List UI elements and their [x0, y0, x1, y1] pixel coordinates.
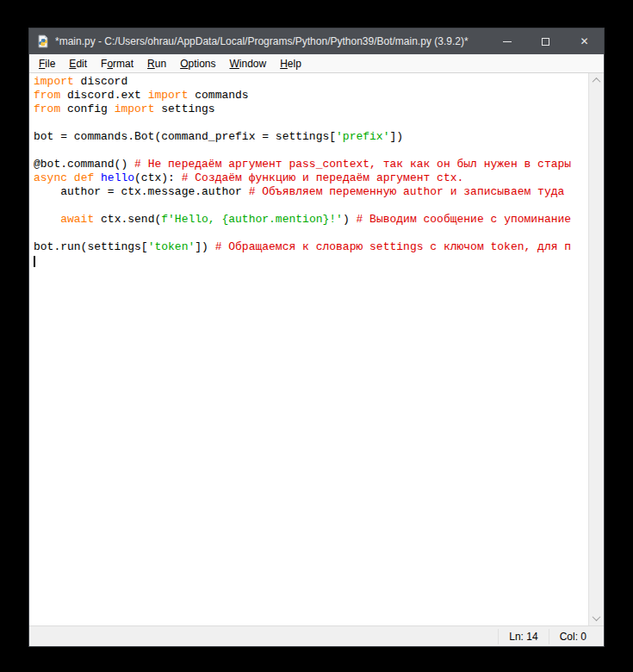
- code-segment-plain: ctx.send(: [94, 213, 161, 226]
- vertical-scrollbar[interactable]: [588, 73, 604, 625]
- menu-item-run[interactable]: Run: [140, 56, 173, 72]
- code-segment-plain: author = ctx.message.author: [34, 185, 249, 198]
- code-line[interactable]: author = ctx.message.author # Объявляем …: [34, 185, 588, 199]
- code-segment-keyword: import: [115, 103, 155, 115]
- code-segment-plain: ]): [389, 130, 403, 143]
- column-indicator: Col: 0: [549, 629, 597, 644]
- code-line[interactable]: [34, 144, 588, 158]
- code-text-area[interactable]: import discordfrom discord.ext import co…: [29, 73, 588, 625]
- maximize-button[interactable]: [526, 28, 565, 54]
- code-segment-plain: (ctx):: [134, 171, 182, 184]
- code-editor[interactable]: import discordfrom discord.ext import co…: [29, 73, 604, 625]
- scroll-up-arrow[interactable]: [589, 73, 604, 88]
- code-segment-plain: ): [343, 213, 357, 226]
- menu-bar: FileEditFormatRunOptionsWindowHelp: [29, 54, 604, 73]
- code-segment-comment: # Обращаемся к словарю settings с ключом…: [215, 240, 571, 253]
- code-line[interactable]: async def hello(ctx): # Создаём функцию …: [34, 171, 588, 185]
- code-segment-keyword: import: [148, 89, 189, 102]
- code-line[interactable]: [34, 227, 588, 240]
- maximize-icon: [542, 38, 549, 46]
- code-line[interactable]: import discord: [34, 75, 588, 89]
- line-indicator: Ln: 14: [498, 629, 548, 644]
- code-segment-plain: commands: [188, 89, 248, 102]
- code-segment-comment: # Не передаём аргумент pass_context, так…: [134, 158, 571, 171]
- code-line[interactable]: bot = commands.Bot(command_prefix = sett…: [34, 130, 588, 144]
- code-segment-plain: bot.run(settings[: [34, 240, 148, 253]
- code-line[interactable]: from discord.ext import commands: [34, 89, 588, 103]
- window-controls: ✕: [487, 28, 604, 54]
- chevron-down-icon: [593, 613, 601, 621]
- status-bar: Ln: 14 Col: 0: [29, 625, 604, 646]
- code-line[interactable]: bot.run(settings['token']) # Обращаемся …: [34, 240, 588, 254]
- code-segment-plain: settings: [154, 103, 214, 115]
- close-button[interactable]: ✕: [565, 28, 604, 54]
- menu-item-options[interactable]: Options: [173, 56, 222, 72]
- code-segment-plain: [67, 171, 74, 184]
- menu-item-edit[interactable]: Edit: [62, 56, 94, 72]
- code-segment-keyword: def: [74, 171, 94, 184]
- code-segment-definition: hello: [101, 171, 134, 184]
- menu-item-help[interactable]: Help: [273, 56, 308, 72]
- close-icon: ✕: [580, 36, 588, 47]
- code-segment-plain: config: [60, 103, 114, 115]
- code-segment-plain: bot = commands.Bot(command_prefix = sett…: [34, 130, 336, 143]
- menu-item-window[interactable]: Window: [223, 56, 274, 72]
- code-line[interactable]: @bot.command() # Не передаём аргумент pa…: [34, 158, 588, 171]
- chevron-up-icon: [593, 78, 601, 86]
- code-segment-keyword: async: [34, 171, 67, 184]
- python-file-icon: [36, 34, 50, 48]
- code-segment-plain: [94, 171, 101, 184]
- code-segment-keyword: from: [34, 89, 60, 102]
- code-segment-comment: # Объявляем переменную author и записыва…: [249, 185, 565, 198]
- code-segment-plain: discord.ext: [60, 89, 147, 102]
- text-cursor: [34, 256, 35, 267]
- code-line[interactable]: from config import settings: [34, 103, 588, 116]
- code-segment-comment: # Создаём функцию и передаём аргумент ct…: [182, 171, 464, 184]
- code-segment-plain: ]): [195, 240, 214, 253]
- code-segment-keyword: await: [60, 213, 94, 226]
- window-title: *main.py - C:/Users/ohrau/AppData/Local/…: [55, 35, 487, 47]
- code-segment-string: 'prefix': [336, 130, 389, 143]
- scroll-down-arrow[interactable]: [589, 611, 604, 625]
- idle-editor-window: *main.py - C:/Users/ohrau/AppData/Local/…: [28, 28, 605, 647]
- code-segment-plain: @bot.command(): [34, 158, 134, 171]
- code-line[interactable]: [34, 199, 588, 213]
- menu-item-format[interactable]: Format: [94, 56, 140, 72]
- desktop-background: *main.py - C:/Users/ohrau/AppData/Local/…: [0, 0, 633, 672]
- code-segment-string: f'Hello, {author.mention}!': [161, 213, 343, 226]
- title-bar[interactable]: *main.py - C:/Users/ohrau/AppData/Local/…: [29, 28, 604, 54]
- code-segment-comment: # Выводим сообщение с упоминание: [357, 213, 572, 226]
- minimize-button[interactable]: [487, 28, 526, 54]
- code-segment-string: 'token': [148, 240, 195, 253]
- code-line[interactable]: await ctx.send(f'Hello, {author.mention}…: [34, 213, 588, 227]
- minimize-icon: [503, 41, 512, 42]
- code-line[interactable]: [34, 254, 588, 268]
- menu-item-file[interactable]: File: [32, 56, 62, 72]
- code-segment-plain: discord: [74, 75, 127, 88]
- code-segment-keyword: import: [34, 75, 74, 88]
- code-segment-plain: [34, 213, 60, 226]
- code-line[interactable]: [34, 116, 588, 130]
- code-segment-keyword: from: [34, 103, 60, 115]
